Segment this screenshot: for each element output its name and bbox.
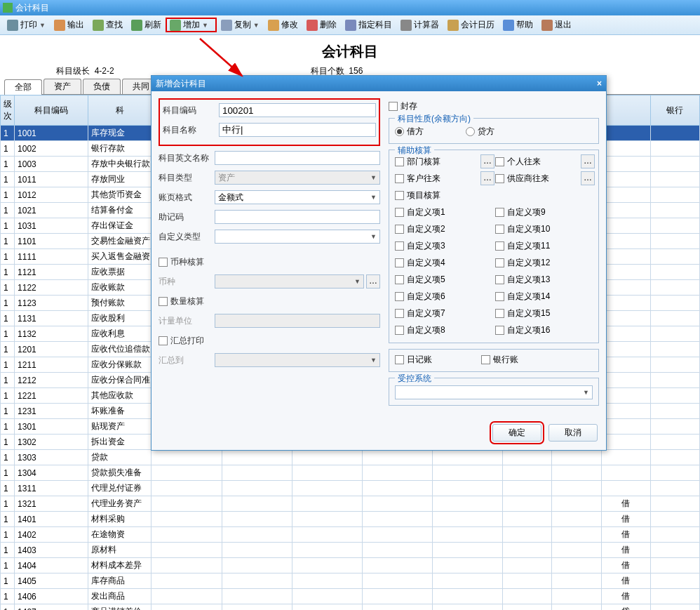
edit-button[interactable]: 修改 — [264, 18, 302, 32]
aux-item[interactable]: 自定义项8 — [395, 324, 476, 336]
aux-item[interactable]: 供应商往来 — [495, 173, 576, 185]
col-header[interactable]: 科目编码 — [15, 95, 88, 126]
search-button[interactable]: 查找 — [88, 18, 127, 32]
toolbar: 打印▼输出查找刷新增加▼复制▼修改删除指定科目计算器会计日历帮助退出 — [0, 15, 700, 35]
page-title: 会计科目 — [0, 42, 700, 61]
sealed-checkbox[interactable] — [389, 102, 398, 111]
table-row[interactable]: 11401材料采购借 — [1, 512, 700, 527]
debit-radio[interactable]: 借方 — [395, 126, 424, 138]
close-icon[interactable]: × — [597, 79, 602, 88]
type-select[interactable]: 资产▼ — [215, 171, 380, 185]
custom-select[interactable]: ▼ — [215, 230, 380, 244]
count-value: 156 — [349, 66, 363, 76]
code-label: 科目编码 — [163, 105, 219, 117]
refresh-icon — [131, 20, 142, 31]
qty-input — [215, 314, 380, 328]
copy-button[interactable]: 复制▼ — [217, 18, 264, 32]
aux-item[interactable]: 自定义项13 — [495, 274, 576, 286]
chevron-down-icon: ▼ — [354, 278, 361, 285]
credit-radio[interactable]: 贷方 — [466, 126, 494, 138]
aux-item[interactable]: 自定义项12 — [495, 257, 576, 269]
aux-item[interactable]: 部门核算 — [395, 156, 476, 168]
search-icon — [93, 20, 104, 31]
del-button[interactable]: 删除 — [302, 18, 341, 32]
qty-checkbox[interactable] — [159, 297, 168, 306]
journal-checkbox[interactable]: 日记账 — [395, 354, 432, 366]
add-account-modal: 新增会计科目 × 科目编码 科目名称 科目英文名称 科目类型 资产▼ — [151, 75, 607, 451]
table-row[interactable]: 11311代理兑付证券 — [1, 481, 700, 496]
col-header[interactable]: 级次 — [1, 95, 15, 126]
name-input[interactable] — [219, 123, 376, 137]
refresh-button[interactable]: 刷新 — [127, 18, 166, 32]
chevron-down-icon: ▼ — [583, 389, 589, 396]
aux-more-button[interactable]: … — [480, 154, 494, 168]
aux-item[interactable]: 自定义项16 — [495, 324, 576, 336]
col-header[interactable]: 科 — [88, 95, 152, 126]
tab-2[interactable]: 负债 — [83, 79, 121, 94]
aux-more-button[interactable]: … — [480, 171, 494, 185]
col-header[interactable]: 银行 — [650, 95, 699, 126]
cal-icon — [447, 20, 459, 31]
aux-item[interactable]: 自定义项10 — [495, 223, 576, 235]
aux-item[interactable]: 自定义项15 — [495, 307, 576, 319]
en-input[interactable] — [215, 151, 380, 165]
ok-button[interactable]: 确定 — [492, 424, 541, 442]
cancel-button[interactable]: 取消 — [548, 424, 598, 442]
aux-item[interactable]: 自定义项7 — [395, 307, 476, 319]
export-button[interactable]: 输出 — [50, 18, 88, 32]
aux-item[interactable]: 自定义项4 — [395, 257, 476, 269]
aux-item[interactable]: 自定义项1 — [395, 206, 476, 218]
add-button[interactable]: 增加▼ — [166, 18, 217, 32]
exit-icon — [541, 20, 553, 31]
aux-item[interactable]: 客户往来 — [395, 173, 476, 185]
chevron-down-icon: ▼ — [253, 22, 260, 29]
table-row[interactable]: 11403原材料借 — [1, 543, 700, 558]
table-row[interactable]: 11321代理业务资产借 — [1, 496, 700, 512]
ctrl-select[interactable]: ▼ — [395, 385, 593, 399]
sum-checkbox[interactable] — [159, 336, 168, 345]
page-header: 会计科目 — [0, 35, 700, 64]
table-row[interactable]: 11404材料成本差异借 — [1, 558, 700, 573]
bank-checkbox[interactable]: 银行账 — [481, 354, 518, 366]
table-row[interactable]: 11303贷款 — [1, 450, 700, 465]
custom-label: 自定义类型 — [159, 231, 215, 243]
table-row[interactable]: 11405库存商品借 — [1, 573, 700, 589]
col-header[interactable] — [601, 95, 650, 126]
aux-more-button[interactable]: … — [581, 154, 595, 168]
aux-item[interactable]: 项目核算 — [395, 190, 476, 201]
aux-item[interactable]: 个人往来 — [495, 156, 576, 168]
calc-icon — [401, 20, 412, 31]
cal-button[interactable]: 会计日历 — [443, 18, 499, 32]
assign-button[interactable]: 指定科目 — [341, 18, 396, 32]
print-button[interactable]: 打印▼ — [3, 18, 50, 32]
modal-title: 新增会计科目 — [156, 78, 206, 90]
exit-button[interactable]: 退出 — [537, 18, 576, 32]
currency-checkbox[interactable] — [159, 258, 168, 267]
aux-item[interactable]: 自定义项14 — [495, 291, 576, 303]
currency-more-button[interactable]: … — [366, 274, 380, 289]
aux-item[interactable]: 自定义项11 — [495, 240, 576, 252]
tab-1[interactable]: 资产 — [43, 79, 81, 94]
assign-icon — [345, 20, 356, 31]
aux-item[interactable]: 自定义项2 — [395, 223, 476, 235]
sealed-label: 封存 — [401, 100, 417, 112]
aux-item[interactable]: 自定义项3 — [395, 240, 476, 252]
mnemonic-input[interactable] — [215, 210, 380, 224]
code-input[interactable] — [219, 103, 376, 117]
help-button[interactable]: 帮助 — [499, 18, 537, 32]
print-icon — [7, 20, 18, 31]
aux-more-button[interactable]: … — [581, 171, 595, 185]
table-row[interactable]: 11407商品进销差价贷 — [1, 604, 700, 611]
page-select[interactable]: 金额式▼ — [215, 190, 380, 204]
table-row[interactable]: 11304贷款损失准备 — [1, 465, 700, 481]
table-row[interactable]: 11402在途物资借 — [1, 527, 700, 543]
aux-item[interactable]: 自定义项6 — [395, 291, 476, 303]
aux-item[interactable]: 自定义项9 — [495, 206, 576, 218]
chevron-down-icon: ▼ — [370, 357, 377, 364]
aux-item[interactable]: 自定义项5 — [395, 274, 476, 286]
table-row[interactable]: 11406发出商品借 — [1, 589, 700, 604]
tab-0[interactable]: 全部 — [4, 79, 42, 95]
ctrl-title: 受控系统 — [395, 373, 434, 385]
qty-label: 计量单位 — [159, 315, 215, 327]
calc-button[interactable]: 计算器 — [396, 18, 443, 32]
